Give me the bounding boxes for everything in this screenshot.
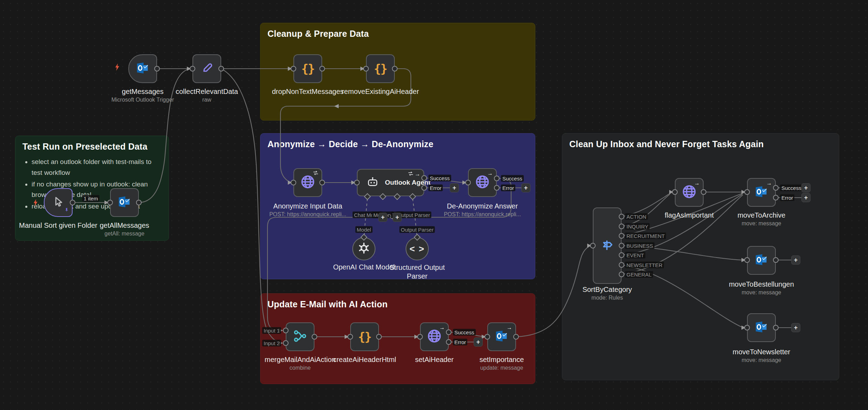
category-port-label: RECRUITMENT xyxy=(625,233,666,239)
category-port-label: GENERAL xyxy=(625,271,653,278)
node-setAiHeader[interactable]: → xyxy=(420,322,449,351)
output-label-error: Error xyxy=(453,339,467,346)
node-collectRelevantData[interactable] xyxy=(192,54,221,83)
node-openAiChatModel[interactable] xyxy=(352,237,375,260)
node-subtitle: POST: https://anonquick.repli... xyxy=(430,211,535,218)
cursor-icon xyxy=(51,195,65,210)
node-label: setImportance xyxy=(449,356,554,364)
add-node-button[interactable]: + xyxy=(393,213,402,222)
sticky-anonymize-title: Anonymize → Decide → De-Anonymize xyxy=(267,139,528,149)
signpost-icon xyxy=(600,238,614,253)
execute-once-arrow-icon: → xyxy=(694,180,700,186)
add-node-button[interactable]: + xyxy=(791,323,800,332)
output-label-success: Success xyxy=(428,175,451,182)
category-port-label: ACTION xyxy=(625,213,648,220)
node-moveToBestellungen[interactable] xyxy=(747,246,776,275)
add-node-button[interactable]: + xyxy=(521,183,530,192)
outlook-icon xyxy=(754,185,769,200)
agent-title: Outlook Agent xyxy=(385,179,430,186)
node-label: Anonymize Input Data xyxy=(255,202,360,210)
node-label: moveToArchive xyxy=(709,211,814,219)
globe-icon xyxy=(300,174,316,191)
workflow-canvas[interactable]: Cleanup & Prepare Data Anonymize → Decid… xyxy=(0,0,868,410)
category-port-label: BUSINESS xyxy=(625,242,655,249)
add-node-button[interactable]: + xyxy=(791,255,800,265)
node-getMessages[interactable] xyxy=(128,54,157,83)
node-label: moveToNewsletter xyxy=(709,348,814,356)
node-moveToNewsletter[interactable] xyxy=(747,313,776,342)
node-label: removeExistingAiHeader xyxy=(328,88,433,96)
add-node-button[interactable]: + xyxy=(474,337,483,347)
node-subtitle: update: message xyxy=(449,365,554,371)
node-createAiHeaderHtml[interactable]: {} xyxy=(350,322,379,351)
node-subtitle: raw xyxy=(154,97,259,103)
node-flagAsImportant[interactable]: → xyxy=(675,178,704,207)
node-getAllMessages[interactable] xyxy=(110,188,139,217)
node-anonymizeInput[interactable] xyxy=(293,168,322,197)
outlook-icon xyxy=(494,329,509,344)
sticky-cleanup-title: Cleanup & Prepare Data xyxy=(267,29,528,39)
category-port-label: NEWSLETTER xyxy=(625,262,664,268)
pencil-icon xyxy=(200,61,214,76)
node-deAnonymize[interactable]: → xyxy=(468,168,497,197)
node-label: collectRelevantData xyxy=(154,88,259,96)
node-removeExistingAiHeader[interactable]: {} xyxy=(366,54,395,83)
sticky-update-email-title: Update E-Mail with AI Action xyxy=(267,299,528,309)
execute-once-arrow-icon: → xyxy=(487,171,493,176)
output-label-error: Error xyxy=(501,185,515,191)
node-subtitle: POST: https://anonquick.repli... xyxy=(255,211,360,218)
node-label: SortByCategory xyxy=(555,286,660,294)
node-label: De-Anonymize Answer xyxy=(430,202,535,210)
sticky-inbox-title: Clean Up Inbox and Never Forget Tasks Ag… xyxy=(569,139,832,149)
node-structuredOutputParser[interactable]: < > xyxy=(406,237,429,260)
output-label-success: Success xyxy=(780,185,803,191)
sub-port-label-output-parser: Output Parser xyxy=(399,226,435,233)
add-node-button[interactable]: + xyxy=(378,213,387,222)
outlook-icon xyxy=(135,61,150,76)
items-count-label: 1 item xyxy=(82,195,100,202)
pinned-data-pin-icon xyxy=(64,207,69,214)
globe-icon xyxy=(681,184,697,201)
openai-icon xyxy=(357,241,371,256)
retry-icon xyxy=(408,171,413,177)
node-subtitle: move: message xyxy=(709,289,814,296)
execute-once-arrow-icon: → xyxy=(439,325,445,330)
retry-icon xyxy=(313,171,318,175)
node-subtitle: move: message xyxy=(709,357,814,363)
note-line: select an outlook folder with test-mails… xyxy=(32,157,162,178)
input-label-1: Input 1 xyxy=(262,327,281,334)
trigger-bolt-icon xyxy=(33,199,38,208)
execute-once-arrow-icon: → xyxy=(766,180,772,186)
globe-icon xyxy=(427,328,442,345)
node-setImportance[interactable]: → xyxy=(487,322,516,351)
node-sortByCategory[interactable] xyxy=(593,207,622,284)
execute-once-arrow-icon: → xyxy=(507,325,512,330)
node-label: moveToBestellungen xyxy=(709,280,814,288)
output-label-success: Success xyxy=(453,329,476,336)
trigger-bolt-icon xyxy=(115,63,120,72)
braces-icon: {} xyxy=(301,62,314,76)
code-icon: < > xyxy=(409,244,425,254)
output-label-error: Error xyxy=(780,194,794,201)
execute-once-arrow-icon: → xyxy=(415,171,420,177)
node-manual-sort-trigger[interactable] xyxy=(44,188,73,217)
node-dropNonTextMessages[interactable]: {} xyxy=(293,54,322,83)
node-mergeMailAndAiAction[interactable] xyxy=(286,322,314,351)
category-port-label: EVENT xyxy=(625,252,645,259)
output-label-success: Success xyxy=(501,175,524,182)
add-node-button[interactable]: + xyxy=(801,183,811,192)
node-moveToArchive[interactable]: → xyxy=(747,178,776,207)
input-label-2: Input 2 xyxy=(262,340,281,347)
robot-icon xyxy=(366,175,379,190)
braces-icon: {} xyxy=(374,62,387,76)
add-node-button[interactable]: + xyxy=(801,193,811,202)
globe-icon xyxy=(475,174,490,191)
outlook-icon xyxy=(754,320,769,335)
sticky-test-run-title: Test Run on Preselected Data xyxy=(22,142,162,152)
node-subtitle: mode: Rules xyxy=(555,295,660,301)
node-outlookAgent[interactable]: Outlook Agent → xyxy=(357,169,424,196)
node-subtitle: combine xyxy=(247,365,353,371)
category-port-label: INQUIRY xyxy=(625,223,650,230)
add-node-button[interactable]: + xyxy=(450,183,459,192)
sub-port-label-model: Model xyxy=(355,226,373,233)
